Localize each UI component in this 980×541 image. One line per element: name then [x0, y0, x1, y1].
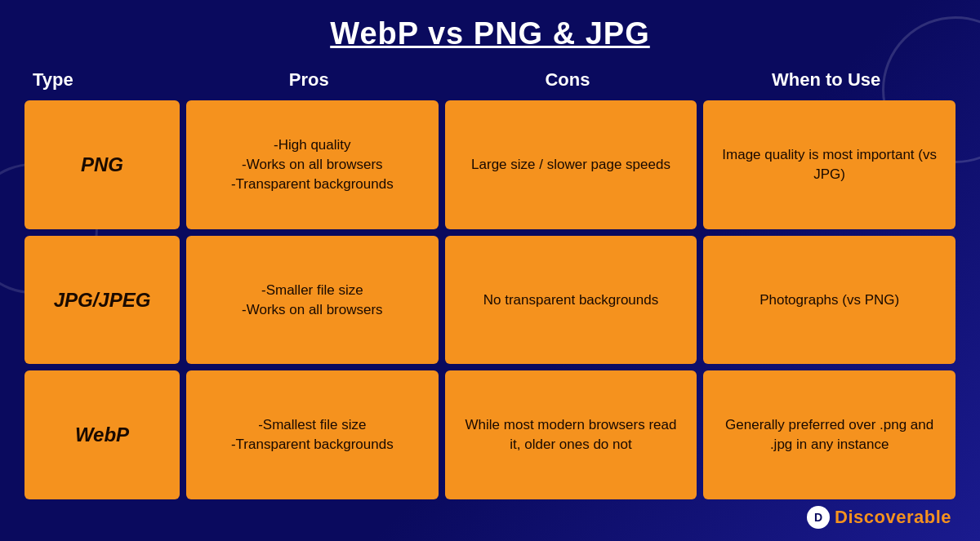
footer: D Discoverable: [24, 499, 956, 529]
when-cell-png: Image quality is most important (vs JPG): [703, 100, 956, 229]
table-row: WebP -Smallest file size-Transparent bac…: [24, 370, 956, 499]
brand-logo-area: D Discoverable: [807, 506, 951, 529]
type-cell-png: PNG: [24, 100, 180, 229]
col-header-when: When to Use: [697, 66, 956, 94]
table-row: JPG/JPEG -Smaller file size-Works on all…: [24, 236, 956, 365]
when-cell-webp: Generally preferred over .png and .jpg i…: [703, 370, 956, 499]
type-cell-jpg: JPG/JPEG: [24, 236, 180, 365]
table-header: Type Pros Cons When to Use: [24, 66, 956, 94]
pros-cell-webp: -Smallest file size-Transparent backgrou…: [186, 370, 439, 499]
brand-name: Discoverable: [835, 507, 951, 528]
col-header-pros: Pros: [180, 66, 439, 94]
brand-logo-letter: D: [814, 511, 822, 524]
brand-logo-circle: D: [807, 506, 830, 529]
main-container: WebP vs PNG & JPG Type Pros Cons When to…: [0, 0, 980, 541]
type-cell-webp: WebP: [24, 370, 180, 499]
pros-cell-jpg: -Smaller file size-Works on all browsers: [186, 236, 439, 365]
comparison-table: Type Pros Cons When to Use PNG -High qua…: [24, 66, 956, 499]
col-header-cons: Cons: [439, 66, 697, 94]
when-cell-jpg: Photographs (vs PNG): [703, 236, 956, 365]
table-body: PNG -High quality-Works on all browsers-…: [24, 100, 956, 499]
table-row: PNG -High quality-Works on all browsers-…: [24, 100, 956, 229]
pros-cell-png: -High quality-Works on all browsers-Tran…: [186, 100, 439, 229]
col-header-type: Type: [24, 66, 180, 94]
brand-name-rest: iscoverable: [848, 507, 951, 527]
cons-cell-webp: While most modern browsers read it, olde…: [445, 370, 697, 499]
cons-cell-jpg: No transparent backgrounds: [445, 236, 697, 365]
brand-letter-d: D: [835, 507, 848, 527]
cons-cell-png: Large size / slower page speeds: [445, 100, 697, 229]
page-title: WebP vs PNG & JPG: [24, 16, 956, 51]
